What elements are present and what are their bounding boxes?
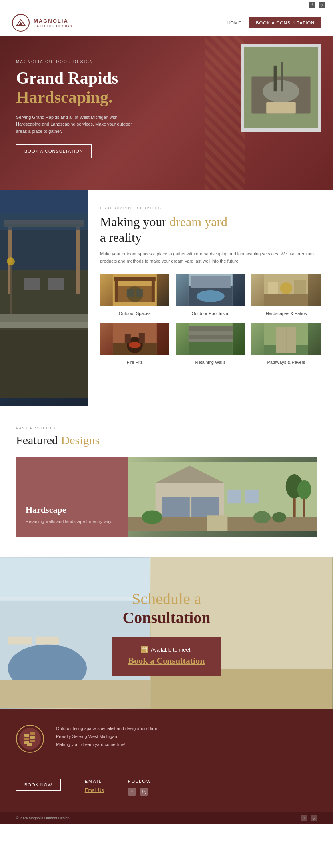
facebook-top-icon[interactable]: f (309, 2, 315, 8)
footer-facebook-icon[interactable]: f (128, 788, 136, 796)
svg-rect-63 (245, 490, 258, 503)
svg-rect-28 (136, 289, 143, 297)
footer-follow-title: FOLLOW (128, 779, 151, 784)
logo-text: MAGNOLIA OUTDOOR DESIGN (34, 18, 72, 28)
svg-point-37 (280, 282, 292, 294)
footer-instagram-icon[interactable]: ig (140, 788, 148, 796)
hero-title-white: Grand Rapids (16, 69, 160, 87)
nav-home-link[interactable]: HOME (227, 20, 241, 25)
svg-rect-89 (30, 732, 35, 735)
hero-pre-title: MAGNOLIA OUTDOOR DESIGN (16, 60, 160, 64)
calendar-icon (141, 646, 148, 653)
svg-rect-43 (139, 333, 145, 343)
footer-email-link[interactable]: Email Us (85, 788, 104, 793)
footer-tagline-1: Outdoor living space specialist and desi… (56, 725, 158, 733)
service-img-outdoor-spaces (100, 274, 169, 306)
svg-rect-5 (266, 102, 296, 114)
top-bar: f ig (0, 0, 333, 10)
svg-rect-92 (30, 740, 35, 742)
footer-bottom: BOOK NOW EMAIL Email Us FOLLOW f ig (16, 769, 317, 796)
footer-col-book: BOOK NOW (16, 779, 61, 791)
featured-title: Featured Designs (16, 433, 317, 447)
footer-logo (16, 725, 44, 753)
schedule-available-text: Available to meet! (141, 646, 192, 653)
navbar: MAGNOLIA OUTDOOR DESIGN HOME BOOK A CONS… (0, 10, 333, 36)
svg-rect-15 (0, 314, 88, 322)
top-social-icons: f ig (309, 2, 325, 8)
svg-rect-36 (294, 280, 306, 294)
services-title-line2: a reality (100, 230, 142, 245)
footer-col-email: EMAIL Email Us (85, 779, 104, 793)
services-title-highlight: dream yard (169, 214, 227, 229)
footer-copy-social: f ig (301, 815, 317, 821)
featured-section: PAST PROJECTS Featured Designs Hardscape… (0, 406, 333, 557)
svg-rect-32 (190, 276, 230, 288)
svg-rect-13 (24, 278, 40, 290)
hero-image (241, 44, 321, 132)
svg-rect-24 (152, 278, 155, 302)
footer-book-button[interactable]: BOOK NOW (16, 779, 61, 791)
services-title-line1: Making your (100, 214, 166, 229)
svg-rect-49 (188, 326, 232, 331)
service-item-5[interactable]: Retaining Walls (176, 323, 245, 365)
service-label-5: Retaining Walls (195, 360, 225, 365)
svg-rect-35 (268, 282, 278, 294)
logo[interactable]: MAGNOLIA OUTDOOR DESIGN (12, 14, 72, 32)
svg-rect-8 (0, 330, 88, 398)
instagram-top-icon[interactable]: ig (319, 2, 325, 8)
nav-links: HOME BOOK A CONSULTATION (227, 17, 321, 28)
services-pre-title: HARDSCAPING SERVICES (100, 206, 321, 210)
service-item-2[interactable]: Outdoor Pool Instal (176, 274, 245, 317)
service-item-3[interactable]: Hardscapes & Patios (251, 274, 321, 317)
svg-rect-90 (30, 736, 35, 739)
svg-rect-65 (207, 516, 228, 531)
svg-rect-27 (127, 289, 134, 297)
svg-point-66 (142, 511, 162, 524)
service-img-firepits (100, 323, 169, 355)
svg-point-72 (297, 480, 311, 499)
featured-card-description: Retaining walls and landscape for entry … (26, 518, 118, 525)
service-item-4[interactable]: Fire Pits (100, 323, 169, 365)
svg-rect-4 (281, 62, 283, 92)
svg-rect-25 (114, 277, 156, 281)
copyright-text: © 2024 Magnolia Outdoor Design (16, 816, 70, 820)
featured-title-highlight: Designs (61, 433, 100, 447)
footer-taglines: Outdoor living space specialist and desi… (56, 725, 158, 748)
svg-rect-23 (115, 278, 118, 302)
service-img-hardscapes (251, 274, 321, 306)
footer-logo-inner (19, 728, 41, 750)
services-left-image (0, 190, 88, 406)
footer-copy-facebook-icon[interactable]: f (301, 815, 307, 821)
services-grid: Outdoor Spaces Outdoor Pool Instal (100, 274, 321, 365)
nav-cta-button[interactable]: BOOK A CONSULTATION (249, 17, 321, 28)
featured-card[interactable]: Hardscape Retaining walls and landscape … (16, 457, 317, 537)
service-label-3: Hardscapes & Patios (266, 311, 307, 316)
featured-title-line1: Featured (16, 433, 58, 447)
footer-tagline-2: Proudly Serving West Michigan (56, 733, 158, 741)
footer-copy-instagram-icon[interactable]: ig (311, 815, 317, 821)
svg-rect-75 (8, 637, 32, 645)
svg-rect-14 (48, 278, 64, 290)
svg-rect-93 (27, 743, 32, 746)
service-item-6[interactable]: Pathways & Pavers (251, 323, 321, 365)
svg-point-68 (272, 512, 286, 523)
services-title: Making your dream yard a reality (100, 214, 321, 245)
hero-cta-button[interactable]: BOOK A CONSULTATION (16, 144, 92, 158)
svg-rect-87 (24, 734, 29, 737)
footer: Outdoor living space specialist and desi… (0, 709, 333, 812)
schedule-section: Schedule a Consultation Available to mee… (0, 557, 333, 709)
svg-point-67 (253, 511, 271, 523)
svg-point-18 (7, 257, 15, 265)
svg-rect-3 (274, 66, 277, 91)
footer-tagline-3: Making your dream yard come true! (56, 741, 158, 749)
schedule-card[interactable]: Available to meet! Book a Consultation (112, 637, 221, 676)
svg-rect-17 (10, 262, 12, 314)
footer-top: Outdoor living space specialist and desi… (16, 725, 317, 753)
service-img-pool (176, 274, 245, 306)
service-item-1[interactable]: Outdoor Spaces (100, 274, 169, 317)
hero-pattern (205, 36, 245, 190)
featured-project-img (128, 457, 317, 537)
schedule-cta-link[interactable]: Book a Consultation (128, 655, 205, 667)
services-description: Make your outdoor spaces a place to gath… (100, 251, 321, 265)
featured-card-info: Hardscape Retaining walls and landscape … (16, 457, 128, 537)
